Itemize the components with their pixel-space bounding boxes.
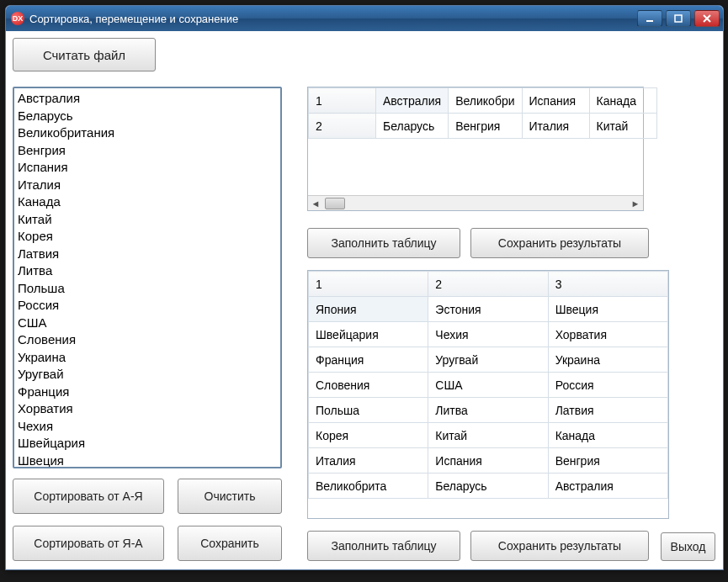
list-item[interactable]: Корея <box>18 228 277 246</box>
top-grid-hscroll[interactable]: ◄ ► <box>308 195 643 210</box>
grid-cell[interactable]: Латвия <box>548 398 667 423</box>
grid-cell[interactable]: Австралия <box>376 88 449 114</box>
grid-cell[interactable]: Корея <box>309 423 428 448</box>
list-item[interactable]: Польша <box>18 280 277 298</box>
list-item[interactable]: Чехия <box>18 418 277 436</box>
grid-cell[interactable]: Италия <box>309 448 428 474</box>
maximize-button[interactable] <box>666 10 691 27</box>
grid-cell[interactable]: Хорватия <box>548 322 667 347</box>
list-item[interactable]: Испания <box>18 159 277 177</box>
list-item[interactable]: Швейцария <box>18 435 277 452</box>
col-header: 1 <box>309 272 428 297</box>
grid-cell[interactable]: Украина <box>548 347 667 373</box>
list-item[interactable]: Италия <box>18 177 277 194</box>
close-button[interactable] <box>694 10 720 27</box>
scroll-right-icon[interactable]: ► <box>628 197 643 210</box>
col-header: 2 <box>428 272 548 297</box>
list-item[interactable]: Китай <box>18 211 277 229</box>
fill-table-top-button[interactable]: Заполнить таблицу <box>307 228 460 258</box>
grid-cell[interactable]: Китай <box>428 423 548 448</box>
col-header: 3 <box>548 272 667 297</box>
grid-cell[interactable]: Чехия <box>428 322 548 347</box>
list-item[interactable]: Хорватия <box>18 400 277 418</box>
scroll-thumb[interactable] <box>325 198 345 209</box>
titlebar[interactable]: DX Сортировка, перемещение и сохранение <box>6 6 723 31</box>
grid-cell[interactable]: Швеция <box>548 297 667 322</box>
grid-cell[interactable]: Австралия <box>548 474 667 499</box>
list-item[interactable]: Венгрия <box>18 142 277 160</box>
read-file-button[interactable]: Считать файл <box>13 38 156 71</box>
grid-cell[interactable]: Литва <box>428 398 548 423</box>
list-item[interactable]: Латвия <box>18 246 277 263</box>
save-results-bottom-button[interactable]: Сохранить результаты <box>470 531 649 561</box>
grid-cell[interactable]: Словения <box>309 373 428 398</box>
save-results-top-button[interactable]: Сохранить результаты <box>470 228 649 258</box>
minimize-button[interactable] <box>637 10 662 27</box>
clear-button[interactable]: Очистить <box>178 479 282 514</box>
list-item[interactable]: Россия <box>18 297 277 315</box>
list-item[interactable]: Швеция <box>18 452 277 469</box>
country-listbox[interactable]: АвстралияБеларусьВеликобританияВенгрияИс… <box>13 87 282 468</box>
sort-za-button[interactable]: Сортировать от Я-А <box>13 526 164 561</box>
save-button[interactable]: Сохранить <box>178 526 282 561</box>
list-item[interactable]: Великобритания <box>18 124 277 142</box>
grid-cell[interactable]: Венгрия <box>449 114 522 139</box>
list-item[interactable]: США <box>18 315 277 332</box>
grid-cell[interactable]: Великобрита <box>309 474 428 499</box>
grid-cell[interactable]: Эстония <box>428 297 548 322</box>
list-item[interactable]: Австралия <box>18 90 277 108</box>
list-item[interactable]: Канада <box>18 193 277 211</box>
svg-rect-1 <box>675 15 682 22</box>
grid-cell[interactable]: Великобри <box>449 88 522 114</box>
grid-cell[interactable]: Китай <box>589 114 656 139</box>
grid-cell[interactable]: Польша <box>309 398 428 423</box>
row-header: 1 <box>309 88 376 114</box>
grid-cell[interactable]: Канада <box>589 88 656 114</box>
sort-az-button[interactable]: Сортировать от А-Я <box>13 479 164 514</box>
grid-cell[interactable]: Испания <box>428 448 548 474</box>
grid-cell[interactable]: Испания <box>522 88 589 114</box>
grid-cell[interactable]: Франция <box>309 347 428 373</box>
list-item[interactable]: Украина <box>18 349 277 367</box>
app-window: DX Сортировка, перемещение и сохранение … <box>5 5 724 570</box>
app-icon: DX <box>11 12 24 25</box>
top-grid[interactable]: 1АвстралияВеликобриИспанияКанада2Беларус… <box>307 87 644 211</box>
grid-cell[interactable]: Беларусь <box>428 474 548 499</box>
list-item[interactable]: Франция <box>18 384 277 401</box>
scroll-left-icon[interactable]: ◄ <box>308 197 323 210</box>
fill-table-bottom-button[interactable]: Заполнить таблицу <box>307 531 460 561</box>
list-item[interactable]: Уругвай <box>18 366 277 384</box>
list-item[interactable]: Словения <box>18 331 277 349</box>
grid-cell[interactable]: Венгрия <box>548 448 667 474</box>
bottom-grid[interactable]: 123ЯпонияЭстонияШвецияШвейцарияЧехияХорв… <box>307 270 669 519</box>
row-header: 2 <box>309 114 376 139</box>
exit-button[interactable]: Выход <box>661 532 715 561</box>
grid-cell[interactable]: Япония <box>309 297 428 322</box>
window-title: Сортировка, перемещение и сохранение <box>29 13 637 25</box>
grid-cell[interactable]: Швейцария <box>309 322 428 347</box>
list-item[interactable]: Беларусь <box>18 108 277 125</box>
grid-cell[interactable]: США <box>428 373 548 398</box>
grid-cell[interactable]: Россия <box>548 373 667 398</box>
list-item[interactable]: Литва <box>18 262 277 280</box>
grid-cell[interactable]: Беларусь <box>376 114 449 139</box>
grid-cell[interactable]: Уругвай <box>428 347 548 373</box>
grid-cell[interactable]: Канада <box>548 423 667 448</box>
grid-cell[interactable]: Италия <box>522 114 589 139</box>
